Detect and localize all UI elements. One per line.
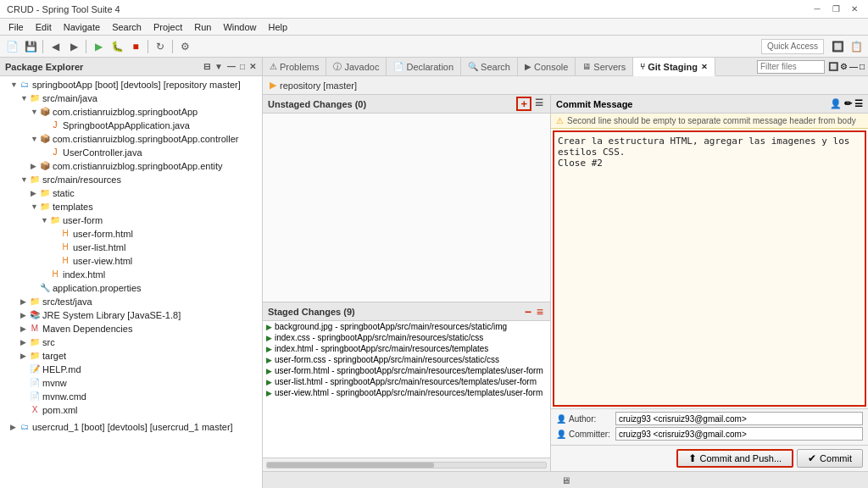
package-explorer-title: Package Explorer: [5, 62, 203, 72]
tree-item-mvnw-cmd[interactable]: 📄 mvnw.cmd: [0, 390, 262, 403]
tree-item-src[interactable]: ▶ 📁 src: [0, 336, 262, 349]
staged-item-userformcss[interactable]: ▶ user-form.css - springbootApp/src/main…: [263, 354, 550, 365]
tree-item-static[interactable]: ▶ 📁 static: [0, 186, 262, 200]
tree-item-index-html[interactable]: H index.html: [0, 268, 262, 281]
tree-item-controller-pkg[interactable]: ▼ 📦 com.cristianruizblog.springbootApp.c…: [0, 132, 262, 146]
minimize-button[interactable]: ─: [810, 3, 824, 16]
tree-item-jre[interactable]: ▶ 📚 JRE System Library [JavaSE-1.8]: [0, 308, 262, 322]
filter-icon-2[interactable]: ⚙: [840, 62, 848, 71]
tab-console[interactable]: ▶ Console: [518, 58, 576, 75]
mvnw-file-icon: 📄: [29, 378, 41, 388]
toolbar-refresh-btn[interactable]: ↻: [152, 38, 169, 55]
tree-item-entity-pkg[interactable]: ▶ 📦 com.cristianruizblog.springbootApp.e…: [0, 159, 262, 173]
tree-item-pomxml[interactable]: X pom.xml: [0, 403, 262, 417]
tree-item-usercontroller[interactable]: J UserController.java: [0, 146, 262, 159]
menu-run[interactable]: Run: [189, 20, 216, 34]
tree-item-user-view-html[interactable]: H user-view.html: [0, 254, 262, 268]
staged-item-indexhtml[interactable]: ▶ index.html - springbootApp/src/main/re…: [263, 343, 550, 354]
tab-javadoc[interactable]: ⓙ Javadoc: [326, 58, 387, 75]
maximize-button[interactable]: ❐: [829, 3, 843, 16]
view-menu-icon[interactable]: ▼: [214, 61, 224, 72]
quick-access-field[interactable]: Quick Access: [761, 39, 824, 54]
commit-icon-2[interactable]: ✏: [844, 98, 852, 109]
tree-item-user-form-folder[interactable]: ▼ 📁 user-form: [0, 214, 262, 227]
author-input[interactable]: [615, 412, 863, 425]
unstaged-menu-icon[interactable]: ☰: [533, 97, 545, 111]
commit-textarea-wrap: Crear la estructura HTML, agregar las im…: [551, 129, 868, 408]
git-tab-close-icon[interactable]: ✕: [701, 63, 708, 71]
tree-item-templates[interactable]: ▼ 📁 templates: [0, 200, 262, 214]
bottom-icon-btn[interactable]: 🖥: [559, 475, 573, 485]
toolbar-back-btn[interactable]: ◀: [47, 38, 64, 55]
tree-item-user-list-html[interactable]: H user-list.html: [0, 241, 262, 254]
menu-navigate[interactable]: Navigate: [58, 20, 105, 34]
tab-declaration[interactable]: 📄 Declaration: [387, 58, 461, 75]
staged-item-bg[interactable]: ▶ background.jpg - springbootApp/src/mai…: [263, 321, 550, 332]
commit-icon-3[interactable]: ☰: [854, 98, 863, 109]
toolbar-stop-btn[interactable]: ■: [127, 38, 144, 55]
toolbar-open-perspective-btn[interactable]: 📋: [848, 38, 865, 55]
filter-icon-1[interactable]: 🔲: [828, 62, 838, 71]
menu-help[interactable]: Help: [264, 20, 293, 34]
menu-project[interactable]: Project: [148, 20, 187, 34]
staged-file-list: ▶ background.jpg - springbootApp/src/mai…: [263, 321, 550, 458]
toolbar-run-btn[interactable]: ▶: [90, 38, 107, 55]
tree-item-maven[interactable]: ▶ M Maven Dependencies: [0, 322, 262, 336]
tab-git-staging[interactable]: ⑂ Git Staging ✕: [633, 58, 715, 76]
staged-remove-all-icon[interactable]: ≡: [535, 304, 545, 319]
menu-window[interactable]: Window: [218, 20, 261, 34]
src-folder-icon: 📁: [29, 337, 41, 347]
unstaged-title: Unstaged Changes (0): [268, 99, 516, 109]
tab-servers[interactable]: 🖥 Servers: [576, 58, 633, 75]
commit-icon-1[interactable]: 👤: [830, 98, 842, 109]
staged-item-userlisthtml[interactable]: ▶ user-list.html - springbootApp/src/mai…: [263, 376, 550, 387]
filter-files-input[interactable]: [757, 60, 825, 74]
toolbar-new-btn[interactable]: 📄: [3, 38, 20, 55]
minimize-right-icon[interactable]: —: [849, 62, 858, 71]
maximize-panel-icon[interactable]: □: [239, 61, 246, 72]
tab-search[interactable]: 🔍 Search: [461, 58, 518, 75]
menu-edit[interactable]: Edit: [31, 20, 57, 34]
tree-item-usercrud[interactable]: ▶ 🗂 usercrud_1 [boot] [devtools] [usercr…: [0, 420, 262, 434]
tab-problems[interactable]: ⚠ Problems: [263, 58, 326, 75]
toolbar-separator-1: [42, 40, 43, 53]
tree-item-user-form-html[interactable]: H user-form.html: [0, 227, 262, 241]
tree-item-main-app[interactable]: J SpringbootAppApplication.java: [0, 119, 262, 132]
tree-item-mvnw[interactable]: 📄 mvnw: [0, 376, 262, 390]
toolbar-perspective-btn[interactable]: 🔲: [829, 38, 846, 55]
staged-remove-icon[interactable]: −: [523, 304, 533, 319]
close-button[interactable]: ✕: [848, 3, 861, 16]
maximize-right-icon[interactable]: □: [860, 62, 865, 71]
collapse-all-icon[interactable]: ⊟: [203, 61, 211, 72]
close-panel-icon[interactable]: ✕: [248, 61, 257, 72]
tree-item-target[interactable]: ▶ 📁 target: [0, 349, 262, 363]
tree-item-helpmd[interactable]: 📝 HELP.md: [0, 363, 262, 376]
menu-file[interactable]: File: [3, 20, 29, 34]
commit-button[interactable]: ✔ Commit: [797, 449, 863, 468]
tree-item-src-test[interactable]: ▶ 📁 src/test/java: [0, 295, 262, 308]
tree-item-springbootapp[interactable]: ▼ 🗂 springbootApp [boot] [devtools] [rep…: [0, 78, 262, 92]
toolbar-save-btn[interactable]: 💾: [22, 38, 39, 55]
minimize-panel-icon[interactable]: —: [226, 61, 236, 72]
toolbar-debug-btn[interactable]: 🐛: [108, 38, 125, 55]
staged-item-userviewhtml[interactable]: ▶ user-view.html - springbootApp/src/mai…: [263, 387, 550, 398]
staged-scroll-track[interactable]: [266, 462, 547, 469]
commit-message-input[interactable]: Crear la estructura HTML, agregar las im…: [553, 130, 866, 407]
menu-search[interactable]: Search: [107, 20, 147, 34]
unstaged-add-icon[interactable]: +: [516, 97, 531, 111]
committer-input[interactable]: [615, 427, 863, 441]
toolbar-forward-btn[interactable]: ▶: [65, 38, 82, 55]
commit-push-button[interactable]: ⬆ Commit and Push...: [676, 449, 794, 468]
staged-item-indexcss[interactable]: ▶ index.css - springbootApp/src/main/res…: [263, 332, 550, 343]
toolbar-more-btn[interactable]: ⚙: [176, 38, 193, 55]
staged-file-icon-5: ▶: [266, 367, 272, 375]
tree-item-src-main-java[interactable]: ▼ 📁 src/main/java: [0, 92, 262, 105]
staged-item-userformhtml[interactable]: ▶ user-form.html - springbootApp/src/mai…: [263, 365, 550, 376]
tree-item-app-props[interactable]: 🔧 application.properties: [0, 281, 262, 295]
pom-file-icon: X: [29, 405, 41, 415]
staged-file-icon-3: ▶: [266, 345, 272, 353]
tree-item-resources[interactable]: ▼ 📁 src/main/resources: [0, 173, 262, 186]
repo-header: ▶ repository [master]: [263, 76, 868, 95]
git-staging-content: ▶ repository [master] Unstaged Changes (…: [263, 76, 868, 471]
tree-item-package-root[interactable]: ▼ 📦 com.cristianruizblog.springbootApp: [0, 105, 262, 119]
